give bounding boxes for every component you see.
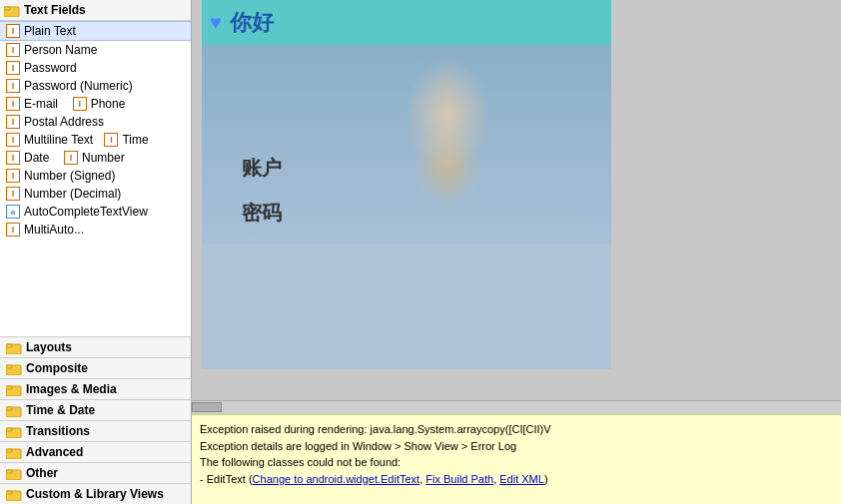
svg-rect-1 <box>4 7 10 10</box>
header-chinese-text: 你好 <box>230 8 274 38</box>
autocomplete-label: AutoCompleteTextView <box>24 205 148 219</box>
text-fields-label: Text Fields <box>24 3 86 17</box>
number-decimal-icon: I <box>6 187 20 201</box>
custom-library-label: Custom & Library Views <box>26 487 164 501</box>
time-icon: I <box>104 133 118 147</box>
composite-label: Composite <box>26 361 88 375</box>
other-label: Other <box>26 466 58 480</box>
error-line-1: Exception raised during rendering: java.… <box>200 421 833 438</box>
list-item-password[interactable]: I Password <box>0 59 191 77</box>
phone-mockup: ♥ 你好 账户 密码 <box>202 0 611 369</box>
svg-rect-13 <box>6 449 12 452</box>
left-panel: Text Fields I Plain Text I Person Name I… <box>0 0 192 504</box>
custom-library-folder-icon <box>6 488 22 501</box>
svg-rect-5 <box>6 365 12 368</box>
h-scroll-thumb[interactable] <box>192 402 222 412</box>
time-date-folder-icon <box>6 404 22 417</box>
autocomplete-icon: a <box>6 205 20 219</box>
section-time-date[interactable]: Time & Date <box>0 399 191 420</box>
plain-text-icon: I <box>6 24 20 38</box>
password-label: Password <box>24 61 77 75</box>
svg-rect-15 <box>6 470 12 473</box>
plain-text-label: Plain Text <box>24 24 76 38</box>
advanced-label: Advanced <box>26 445 83 459</box>
composite-folder-icon <box>6 362 22 375</box>
layouts-folder-icon <box>6 341 22 354</box>
person-name-icon: I <box>6 43 20 57</box>
list-item-password-numeric[interactable]: I Password (Numeric) <box>0 77 191 95</box>
error-line-2: Exception details are logged in Window >… <box>200 438 833 455</box>
list-item-multiline-text[interactable]: I Multiline Text I Time <box>0 131 191 149</box>
edit-xml-link[interactable]: Edit XML <box>499 473 544 485</box>
photo-area: 账户 密码 <box>202 45 611 245</box>
heart-icon: ♥ <box>210 11 222 34</box>
layouts-label: Layouts <box>26 340 72 354</box>
error-line-3: The following classes could not be found… <box>200 454 833 471</box>
section-transitions[interactable]: Transitions <box>0 420 191 441</box>
svg-rect-9 <box>6 407 12 410</box>
list-item-autocomplete[interactable]: a AutoCompleteTextView <box>0 203 191 221</box>
postal-address-label: Postal Address <box>24 115 104 129</box>
images-folder-icon <box>6 383 22 396</box>
multiline-text-label: Multiline Text <box>24 133 93 147</box>
list-item-date[interactable]: I Date I Number <box>0 149 191 167</box>
person-name-label: Person Name <box>24 43 97 57</box>
date-icon: I <box>6 151 20 165</box>
number-signed-label: Number (Signed) <box>24 169 115 183</box>
phone-label: Phone <box>91 97 126 111</box>
email-icon: I <box>6 97 20 111</box>
text-fields-header: Text Fields <box>0 0 191 21</box>
number-decimal-label: Number (Decimal) <box>24 187 121 201</box>
list-item-person-name[interactable]: I Person Name <box>0 41 191 59</box>
time-date-label: Time & Date <box>26 403 95 417</box>
transitions-label: Transitions <box>26 424 90 438</box>
canvas-area[interactable]: ♥ 你好 账户 密码 <box>192 0 841 400</box>
email-label: E-mail <box>24 97 58 111</box>
password-icon: I <box>6 61 20 75</box>
widget-list[interactable]: I Plain Text I Person Name I Password I … <box>0 21 191 336</box>
section-images-media[interactable]: Images & Media <box>0 378 191 399</box>
change-to-edittext-link[interactable]: Change to android.widget.EditText <box>253 473 420 485</box>
error-area: Exception raised during rendering: java.… <box>192 414 841 504</box>
number-label: Number <box>82 151 125 165</box>
images-media-label: Images & Media <box>26 382 117 396</box>
number-signed-icon: I <box>6 169 20 183</box>
multiauto-label: MultiAuto... <box>24 223 84 237</box>
password-label: 密码 <box>242 200 282 227</box>
list-item-multiauto[interactable]: I MultiAuto... <box>0 221 191 239</box>
section-advanced[interactable]: Advanced <box>0 441 191 462</box>
section-composite[interactable]: Composite <box>0 357 191 378</box>
multiline-text-icon: I <box>6 133 20 147</box>
postal-address-icon: I <box>6 115 20 129</box>
password-numeric-icon: I <box>6 79 20 93</box>
svg-rect-7 <box>6 386 12 389</box>
svg-rect-17 <box>6 491 12 494</box>
section-layouts[interactable]: Layouts <box>0 336 191 357</box>
date-label: Date <box>24 151 49 165</box>
right-panel: ♥ 你好 账户 密码 Exception raised during rende… <box>192 0 841 504</box>
list-item-email[interactable]: I E-mail I Phone <box>0 95 191 113</box>
list-item-plain-text[interactable]: I Plain Text <box>0 21 191 41</box>
transitions-folder-icon <box>6 425 22 438</box>
account-label: 账户 <box>242 155 282 182</box>
canvas-scrollbar[interactable] <box>192 400 841 414</box>
section-custom-library[interactable]: Custom & Library Views <box>0 483 191 504</box>
svg-rect-11 <box>6 428 12 431</box>
list-item-number-signed[interactable]: I Number (Signed) <box>0 167 191 185</box>
fix-build-path-link[interactable]: Fix Build Path <box>425 473 493 485</box>
section-other[interactable]: Other <box>0 462 191 483</box>
password-numeric-label: Password (Numeric) <box>24 79 133 93</box>
list-item-postal-address[interactable]: I Postal Address <box>0 113 191 131</box>
error-line-4: - EditText (Change to android.widget.Edi… <box>200 471 833 488</box>
text-fields-folder-icon <box>4 4 20 17</box>
phone-header: ♥ 你好 <box>202 0 611 45</box>
time-label: Time <box>122 133 148 147</box>
other-folder-icon <box>6 467 22 480</box>
advanced-folder-icon <box>6 446 22 459</box>
list-item-number-decimal[interactable]: I Number (Decimal) <box>0 185 191 203</box>
svg-rect-3 <box>6 344 12 347</box>
multiauto-icon: I <box>6 223 20 237</box>
number-icon: I <box>64 151 78 165</box>
phone-icon: I <box>73 97 87 111</box>
